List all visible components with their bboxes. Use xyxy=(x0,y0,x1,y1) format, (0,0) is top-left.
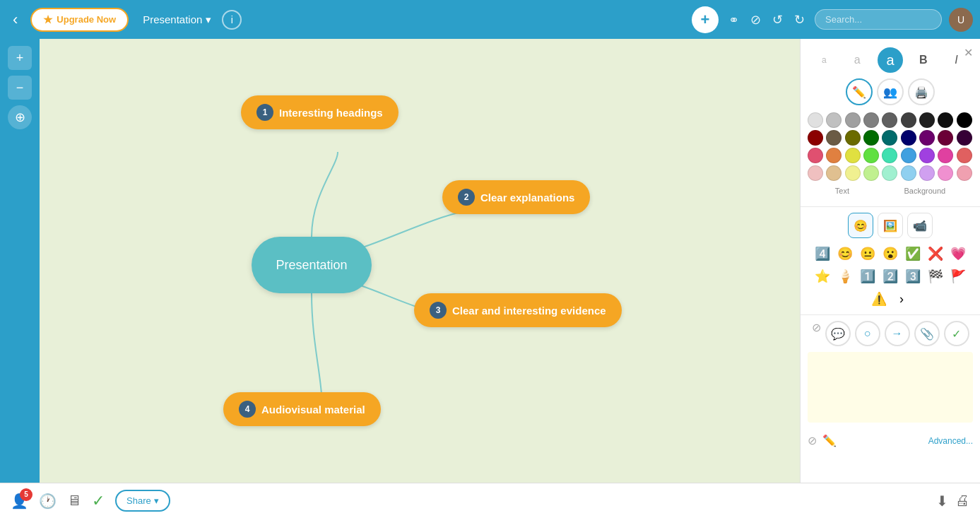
emoji-video-tab[interactable]: 📹 xyxy=(907,213,933,238)
color-dot[interactable] xyxy=(863,148,879,163)
download-button[interactable]: ⬇ xyxy=(936,493,948,510)
link-symbol-button[interactable]: 📎 xyxy=(914,321,940,346)
color-dot[interactable] xyxy=(957,112,972,128)
color-dot[interactable] xyxy=(808,165,823,181)
emoji-item[interactable]: 🏁 xyxy=(926,266,945,286)
color-dot[interactable] xyxy=(938,148,953,163)
color-dot[interactable] xyxy=(882,130,897,146)
zoom-out-button[interactable]: − xyxy=(8,76,32,100)
block-icon-button[interactable]: ⊘ xyxy=(748,9,764,30)
color-dot[interactable] xyxy=(826,130,842,146)
back-button[interactable]: ‹ xyxy=(7,7,23,33)
emoji-item[interactable]: 1️⃣ xyxy=(858,266,878,286)
history-button[interactable]: 🕐 xyxy=(39,493,57,510)
color-dot[interactable] xyxy=(882,165,897,181)
arrow-symbol-button[interactable]: → xyxy=(885,321,910,346)
presentation-title[interactable]: Presentation ▾ xyxy=(143,13,211,26)
color-dot[interactable] xyxy=(808,148,823,163)
emoji-image-tab[interactable]: 🖼️ xyxy=(878,213,903,238)
color-dot[interactable] xyxy=(863,130,879,146)
center-node[interactable]: Presentation xyxy=(252,237,372,293)
color-dot[interactable] xyxy=(863,165,879,181)
text-bold-button[interactable]: B xyxy=(911,47,936,73)
color-dot[interactable] xyxy=(957,148,972,163)
color-dot[interactable] xyxy=(826,148,842,163)
color-dot[interactable] xyxy=(901,130,916,146)
avatar[interactable]: U xyxy=(949,8,973,32)
emoji-item[interactable]: 😐 xyxy=(858,244,878,264)
color-dot[interactable] xyxy=(938,130,953,146)
emoji-item[interactable]: ⭐ xyxy=(813,266,832,286)
note-area[interactable] xyxy=(808,352,973,423)
color-dot[interactable] xyxy=(845,112,861,128)
panel-close-button[interactable]: ✕ xyxy=(964,46,973,59)
color-dot[interactable] xyxy=(957,165,972,181)
color-dot[interactable] xyxy=(919,112,935,128)
print-icon-button[interactable]: 🖨️ xyxy=(908,78,935,105)
footer-edit-icon[interactable]: ✏️ xyxy=(822,434,837,447)
color-dot[interactable] xyxy=(919,148,935,163)
color-dot[interactable] xyxy=(808,112,823,128)
emoji-item[interactable]: 3️⃣ xyxy=(903,266,923,286)
emoji-item[interactable]: ❌ xyxy=(926,244,945,264)
locate-button[interactable]: ⊕ xyxy=(8,105,32,129)
color-dot[interactable] xyxy=(919,165,935,181)
text-large-button[interactable]: a xyxy=(878,47,903,73)
color-dot[interactable] xyxy=(826,165,842,181)
node-1[interactable]: 1 Interesting headings xyxy=(241,95,399,129)
upgrade-button[interactable]: ★ Upgrade Now xyxy=(30,8,129,32)
emoji-item[interactable]: › xyxy=(892,289,911,309)
color-dot[interactable] xyxy=(938,112,953,128)
no-sticker-icon[interactable]: ⊘ xyxy=(812,321,821,346)
advanced-link[interactable]: Advanced... xyxy=(928,436,973,446)
color-dot[interactable] xyxy=(808,130,823,146)
undo-button[interactable]: ↺ xyxy=(769,9,786,30)
print-button[interactable]: 🖨 xyxy=(955,493,969,510)
color-dot[interactable] xyxy=(901,112,916,128)
color-dot[interactable] xyxy=(882,148,897,163)
redo-button[interactable]: ↻ xyxy=(791,9,808,30)
notification-button[interactable]: 👤 5 xyxy=(11,493,28,510)
emoji-item[interactable]: 🚩 xyxy=(948,266,968,286)
text-medium-button[interactable]: a xyxy=(844,47,870,73)
node-3[interactable]: 3 Clear and interesting evidence xyxy=(414,293,622,327)
color-dot[interactable] xyxy=(901,148,916,163)
color-dot[interactable] xyxy=(863,112,879,128)
color-dot[interactable] xyxy=(882,112,897,128)
color-dot[interactable] xyxy=(826,112,842,128)
group-icon-button[interactable]: 👥 xyxy=(877,78,904,105)
emoji-item[interactable]: ⚠️ xyxy=(869,289,889,309)
info-button[interactable]: i xyxy=(222,10,242,30)
emoji-item[interactable]: 😊 xyxy=(835,244,855,264)
people-icon-button[interactable]: ⚭ xyxy=(726,9,742,30)
search-input[interactable] xyxy=(815,9,942,30)
emoji-item[interactable]: 4️⃣ xyxy=(813,244,832,264)
emoji-item[interactable]: 💗 xyxy=(948,244,968,264)
color-dot[interactable] xyxy=(938,165,953,181)
color-dot[interactable] xyxy=(845,148,861,163)
tick-symbol-button[interactable]: ✓ xyxy=(944,321,969,346)
color-dot[interactable] xyxy=(901,165,916,181)
emoji-item[interactable]: 🍦 xyxy=(835,266,855,286)
node-4[interactable]: 4 Audiovisual material xyxy=(223,392,381,426)
emoji-item[interactable]: ✅ xyxy=(903,244,923,264)
node-2[interactable]: 2 Clear explanations xyxy=(442,180,590,214)
zoom-in-button[interactable]: + xyxy=(8,46,32,70)
emoji-item[interactable]: 2️⃣ xyxy=(880,266,900,286)
emoji-face-tab[interactable]: 😊 xyxy=(848,213,873,238)
footer-cancel-icon[interactable]: ⊘ xyxy=(808,434,817,447)
screen-button[interactable]: 🖥 xyxy=(67,493,81,509)
color-dot[interactable] xyxy=(919,130,935,146)
tick-button[interactable]: ✓ xyxy=(92,492,105,510)
color-dot[interactable] xyxy=(957,130,972,146)
circle-symbol-button[interactable]: ○ xyxy=(855,321,880,346)
add-button[interactable]: + xyxy=(692,6,719,33)
title-dropdown-icon[interactable]: ▾ xyxy=(206,13,211,26)
comment-symbol-button[interactable]: 💬 xyxy=(825,321,851,346)
text-small-button[interactable]: a xyxy=(811,47,837,73)
color-dot[interactable] xyxy=(845,130,861,146)
color-dot[interactable] xyxy=(845,165,861,181)
share-button[interactable]: Share ▾ xyxy=(115,490,170,512)
emoji-item[interactable]: 😮 xyxy=(880,244,900,264)
pencil-icon-button[interactable]: ✏️ xyxy=(846,78,873,105)
